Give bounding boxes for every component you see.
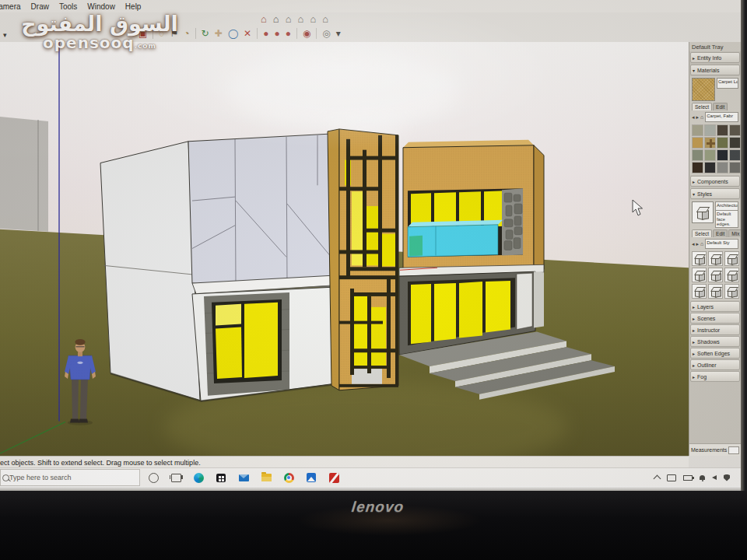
photos-icon[interactable] — [306, 472, 317, 483]
material-swatch[interactable] — [692, 137, 703, 149]
iso-view-icon[interactable]: ⌂ — [261, 13, 267, 26]
pan-icon[interactable]: ✚ — [215, 28, 223, 39]
sketchup-icon[interactable] — [328, 472, 339, 483]
materials-collection-dropdown[interactable]: Carpet, Fabr — [705, 112, 738, 122]
in-model-icon[interactable]: ⌂ — [700, 241, 703, 247]
menu-window[interactable]: Window — [87, 2, 115, 11]
zoom-extents-icon[interactable]: ✕ — [244, 28, 258, 39]
menu-draw[interactable]: Draw — [31, 2, 49, 11]
orbit-icon[interactable]: ↻ — [202, 28, 209, 39]
styles-tab-select[interactable]: Select — [692, 229, 712, 237]
materials-tab-edit[interactable]: Edit — [713, 103, 728, 110]
style-thumbnail[interactable] — [724, 268, 739, 282]
material-swatch[interactable] — [692, 162, 703, 173]
components-section[interactable]: ▸ Components — [690, 176, 740, 187]
material-swatch[interactable] — [704, 137, 716, 149]
material-swatch[interactable] — [729, 124, 741, 136]
materials-tab-select[interactable]: Select — [692, 103, 712, 110]
back-arrow-icon[interactable]: ◂ — [692, 241, 695, 247]
chrome-icon[interactable] — [283, 472, 294, 483]
cortana-icon[interactable] — [148, 472, 159, 483]
label-icon[interactable]: ⚑ — [170, 28, 178, 39]
forward-arrow-icon[interactable]: ▸ — [696, 241, 700, 247]
material-swatch[interactable] — [717, 149, 728, 161]
styles-collection-dropdown[interactable]: Default Sty — [705, 239, 738, 249]
active-style-preview[interactable] — [692, 201, 714, 223]
section-layers[interactable]: ▸Layers — [690, 301, 740, 312]
active-style-name[interactable]: Architectural — [715, 201, 738, 211]
style-thumbnail[interactable] — [692, 284, 707, 299]
material-swatch[interactable] — [704, 162, 716, 173]
file-explorer-icon[interactable] — [261, 472, 272, 483]
section-soften-edges[interactable]: ▸Soften Edges — [690, 348, 740, 359]
account-icon[interactable]: ◎ — [322, 28, 330, 39]
material-swatch[interactable] — [729, 137, 741, 149]
mail-icon[interactable] — [238, 472, 249, 483]
style-thumbnail[interactable] — [708, 251, 723, 266]
material-swatch[interactable] — [717, 137, 728, 149]
update-scene-icon[interactable]: ● — [286, 28, 297, 39]
style-thumbnail[interactable] — [692, 268, 707, 282]
section-instructor[interactable]: ▸Instructor — [690, 324, 740, 335]
toolbar-overflow-caret-icon[interactable]: ▾ — [3, 31, 7, 39]
back-arrow-icon[interactable]: ◂ — [692, 114, 695, 121]
volume-icon[interactable] — [712, 475, 717, 480]
bell-icon[interactable] — [700, 475, 705, 480]
zoom-window-icon[interactable]: ◌ — [159, 28, 164, 39]
zoom-icon[interactable]: ◯ — [228, 28, 238, 39]
active-material-preview[interactable] — [692, 78, 715, 101]
menu-help[interactable]: Help — [125, 2, 142, 11]
menu-tools[interactable]: Tools — [59, 2, 77, 11]
style-thumbnail[interactable] — [724, 251, 739, 266]
entity-info-section[interactable]: ▸ Entity Info — [690, 52, 740, 63]
section-fog[interactable]: ▸Fog — [690, 371, 740, 382]
shield-icon[interactable] — [724, 474, 730, 481]
right-view-icon[interactable]: ⌂ — [298, 13, 304, 26]
center-tower[interactable] — [328, 129, 398, 390]
material-swatch[interactable] — [704, 149, 716, 161]
style-thumbnail[interactable] — [724, 284, 739, 299]
camera-tool-icon[interactable]: ◉ — [303, 28, 317, 39]
material-swatch[interactable] — [692, 149, 703, 161]
left-view-icon[interactable]: ⌂ — [322, 13, 328, 26]
menu-camera[interactable]: Camera — [0, 2, 21, 11]
section-outliner[interactable]: ▸Outliner — [690, 359, 740, 370]
task-view-icon[interactable] — [170, 472, 181, 483]
material-swatch[interactable] — [692, 124, 703, 136]
styles-tab-mix[interactable]: Mix — [728, 229, 741, 237]
in-model-icon[interactable]: ⌂ — [700, 114, 703, 121]
styles-tab-edit[interactable]: Edit — [713, 229, 728, 237]
section-shadows[interactable]: ▸Shadows — [690, 336, 740, 347]
paint-material-icon[interactable]: ▣ — [139, 28, 153, 39]
section-scenes[interactable]: ▸Scenes — [690, 313, 740, 324]
follow-me-icon[interactable]: ◔ — [184, 28, 195, 39]
edge-icon[interactable] — [193, 472, 204, 483]
material-swatch[interactable] — [717, 124, 728, 136]
3d-viewport[interactable] — [0, 42, 689, 456]
style-thumbnail[interactable] — [708, 284, 723, 299]
forward-arrow-icon[interactable]: ▸ — [696, 114, 700, 121]
styles-body: Architectural Default face edges. Light … — [690, 200, 740, 300]
display-icon[interactable] — [667, 474, 676, 481]
style-thumbnail[interactable] — [708, 268, 723, 282]
battery-icon[interactable] — [683, 475, 693, 481]
material-swatch[interactable] — [704, 124, 716, 136]
store-icon[interactable] — [216, 472, 226, 483]
taskbar-search[interactable] — [0, 469, 140, 486]
materials-section[interactable]: ▾ Materials — [690, 65, 740, 75]
top-view-icon[interactable]: ⌂ — [273, 13, 279, 26]
material-swatch[interactable] — [729, 149, 741, 161]
chevron-up-icon[interactable] — [654, 474, 660, 481]
next-view-icon[interactable]: ● — [274, 28, 279, 39]
active-material-name[interactable]: Carpet Loop Pa — [717, 78, 738, 89]
material-swatch[interactable] — [729, 162, 741, 173]
styles-section[interactable]: ▾ Styles — [690, 188, 740, 199]
search-input[interactable] — [9, 474, 118, 481]
material-swatch[interactable] — [717, 162, 728, 173]
style-thumbnail[interactable] — [692, 251, 707, 266]
account-caret-icon[interactable]: ▾ — [336, 28, 341, 39]
previous-view-icon[interactable]: ● — [263, 28, 268, 39]
back-view-icon[interactable]: ⌂ — [310, 13, 316, 26]
front-view-icon[interactable]: ⌂ — [286, 13, 292, 26]
measurements-field[interactable] — [728, 446, 739, 454]
